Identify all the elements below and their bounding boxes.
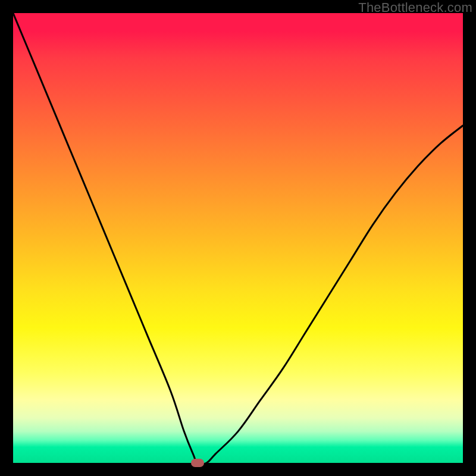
chart-frame: TheBottleneck.com xyxy=(0,0,476,476)
plot-area xyxy=(13,13,463,463)
watermark-text: TheBottleneck.com xyxy=(358,0,472,15)
optimum-marker xyxy=(191,459,204,467)
bottleneck-curve xyxy=(13,13,463,463)
